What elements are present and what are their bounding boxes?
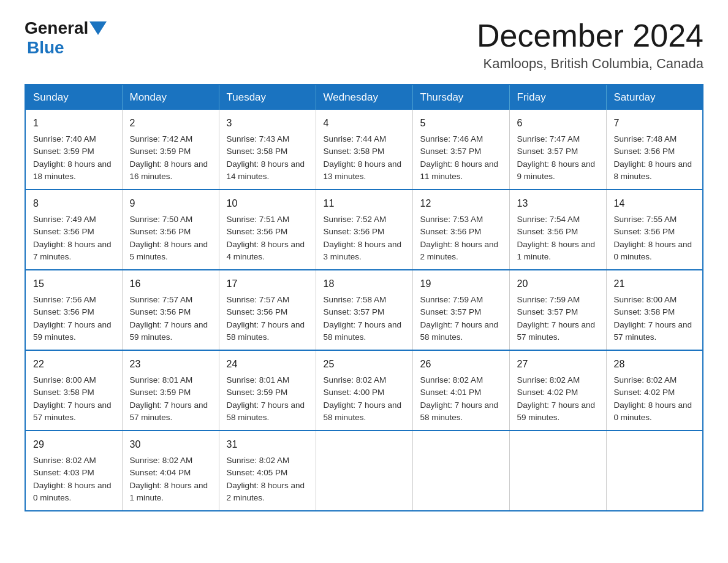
day-number: 8 <box>33 196 115 211</box>
sunrise-label: Sunrise: 7:42 AM <box>130 134 193 144</box>
sunrise-label: Sunrise: 7:56 AM <box>33 295 96 304</box>
day-number: 18 <box>324 277 405 291</box>
calendar-cell: 1 Sunrise: 7:40 AM Sunset: 3:59 PM Dayli… <box>25 110 122 190</box>
daylight-label: Daylight: 8 hours and 8 minutes. <box>614 159 692 181</box>
daylight-label: Daylight: 7 hours and 58 minutes. <box>420 320 499 342</box>
logo-general-text: General <box>25 18 88 38</box>
weekday-header-friday: Friday <box>509 85 606 110</box>
day-number: 5 <box>420 116 502 131</box>
calendar-cell: 10 Sunrise: 7:51 AM Sunset: 3:56 PM Dayl… <box>219 190 316 270</box>
title-block: December 2024 Kamloops, British Columbia… <box>477 18 703 72</box>
sunrise-label: Sunrise: 7:59 AM <box>517 295 580 304</box>
sunrise-label: Sunrise: 7:54 AM <box>517 215 580 224</box>
sunset-label: Sunset: 3:58 PM <box>324 147 385 156</box>
weekday-header-row: SundayMondayTuesdayWednesdayThursdayFrid… <box>25 85 703 110</box>
calendar-cell <box>316 431 412 511</box>
sunset-label: Sunset: 4:03 PM <box>33 468 94 477</box>
sunset-label: Sunset: 3:57 PM <box>420 307 482 316</box>
day-number: 17 <box>227 277 308 291</box>
calendar-cell: 4 Sunrise: 7:44 AM Sunset: 3:58 PM Dayli… <box>316 110 412 190</box>
day-number: 29 <box>33 437 115 452</box>
sunset-label: Sunset: 3:59 PM <box>130 147 191 156</box>
daylight-label: Daylight: 7 hours and 58 minutes. <box>324 400 402 422</box>
day-number: 10 <box>227 196 308 211</box>
day-number: 6 <box>517 116 599 131</box>
daylight-label: Daylight: 7 hours and 57 minutes. <box>33 400 112 422</box>
week-row-4: 22 Sunrise: 8:00 AM Sunset: 3:58 PM Dayl… <box>25 350 703 431</box>
daylight-label: Daylight: 8 hours and 4 minutes. <box>227 240 305 261</box>
day-number: 7 <box>614 116 696 131</box>
sunset-label: Sunset: 3:56 PM <box>33 227 94 236</box>
sunrise-label: Sunrise: 8:02 AM <box>517 375 580 385</box>
sunrise-label: Sunrise: 7:55 AM <box>614 215 677 224</box>
sunrise-label: Sunrise: 8:01 AM <box>130 375 193 385</box>
day-number: 15 <box>33 277 115 291</box>
calendar-cell: 26 Sunrise: 8:02 AM Sunset: 4:01 PM Dayl… <box>412 350 509 431</box>
calendar-cell <box>412 431 509 511</box>
location-subtitle: Kamloops, British Columbia, Canada <box>477 56 703 72</box>
calendar-cell: 11 Sunrise: 7:52 AM Sunset: 3:56 PM Dayl… <box>316 190 412 270</box>
weekday-header-monday: Monday <box>122 85 219 110</box>
calendar-cell: 15 Sunrise: 7:56 AM Sunset: 3:56 PM Dayl… <box>25 270 122 350</box>
logo: General Blue <box>25 18 108 58</box>
day-number: 24 <box>227 357 308 372</box>
sunset-label: Sunset: 3:56 PM <box>420 227 482 236</box>
daylight-label: Daylight: 7 hours and 59 minutes. <box>130 320 208 342</box>
daylight-label: Daylight: 8 hours and 0 minutes. <box>33 481 112 502</box>
sunset-label: Sunset: 3:56 PM <box>227 227 288 236</box>
calendar-cell: 16 Sunrise: 7:57 AM Sunset: 3:56 PM Dayl… <box>122 270 219 350</box>
sunset-label: Sunset: 3:58 PM <box>33 388 94 397</box>
daylight-label: Daylight: 8 hours and 1 minute. <box>517 240 596 261</box>
calendar-cell: 3 Sunrise: 7:43 AM Sunset: 3:58 PM Dayli… <box>219 110 316 190</box>
daylight-label: Daylight: 7 hours and 57 minutes. <box>130 400 208 422</box>
sunset-label: Sunset: 3:57 PM <box>517 307 578 316</box>
calendar-cell: 28 Sunrise: 8:02 AM Sunset: 4:02 PM Dayl… <box>606 350 703 431</box>
sunset-label: Sunset: 3:57 PM <box>420 147 482 156</box>
calendar-cell: 9 Sunrise: 7:50 AM Sunset: 3:56 PM Dayli… <box>122 190 219 270</box>
logo-triangle-icon <box>89 21 107 35</box>
sunrise-label: Sunrise: 7:58 AM <box>324 295 387 304</box>
day-number: 27 <box>517 357 599 372</box>
sunrise-label: Sunrise: 8:00 AM <box>33 375 96 385</box>
sunset-label: Sunset: 3:56 PM <box>614 147 675 156</box>
sunrise-label: Sunrise: 7:57 AM <box>227 295 290 304</box>
sunrise-label: Sunrise: 7:57 AM <box>130 295 193 304</box>
calendar-cell: 29 Sunrise: 8:02 AM Sunset: 4:03 PM Dayl… <box>25 431 122 511</box>
sunrise-label: Sunrise: 8:02 AM <box>227 456 290 465</box>
day-number: 25 <box>324 357 405 372</box>
sunrise-label: Sunrise: 8:02 AM <box>420 375 483 385</box>
day-number: 16 <box>130 277 211 291</box>
day-number: 21 <box>614 277 696 291</box>
calendar-cell: 20 Sunrise: 7:59 AM Sunset: 3:57 PM Dayl… <box>509 270 606 350</box>
sunrise-label: Sunrise: 7:50 AM <box>130 215 193 224</box>
day-number: 19 <box>420 277 502 291</box>
daylight-label: Daylight: 7 hours and 59 minutes. <box>517 400 596 422</box>
calendar-cell: 22 Sunrise: 8:00 AM Sunset: 3:58 PM Dayl… <box>25 350 122 431</box>
sunset-label: Sunset: 4:02 PM <box>614 388 675 397</box>
daylight-label: Daylight: 8 hours and 5 minutes. <box>130 240 208 261</box>
weekday-header-wednesday: Wednesday <box>316 85 412 110</box>
sunrise-label: Sunrise: 8:02 AM <box>33 456 96 465</box>
sunrise-label: Sunrise: 8:02 AM <box>614 375 677 385</box>
sunrise-label: Sunrise: 8:02 AM <box>130 456 193 465</box>
day-number: 9 <box>130 196 211 211</box>
calendar-cell: 5 Sunrise: 7:46 AM Sunset: 3:57 PM Dayli… <box>412 110 509 190</box>
calendar-cell: 24 Sunrise: 8:01 AM Sunset: 3:59 PM Dayl… <box>219 350 316 431</box>
daylight-label: Daylight: 7 hours and 58 minutes. <box>324 320 402 342</box>
calendar-cell: 18 Sunrise: 7:58 AM Sunset: 3:57 PM Dayl… <box>316 270 412 350</box>
day-number: 4 <box>324 116 405 131</box>
daylight-label: Daylight: 8 hours and 14 minutes. <box>227 159 305 181</box>
calendar-cell: 25 Sunrise: 8:02 AM Sunset: 4:00 PM Dayl… <box>316 350 412 431</box>
logo-blue-text: Blue <box>27 38 64 57</box>
daylight-label: Daylight: 8 hours and 7 minutes. <box>33 240 112 261</box>
sunset-label: Sunset: 3:56 PM <box>517 227 578 236</box>
sunset-label: Sunset: 3:56 PM <box>614 227 675 236</box>
sunset-label: Sunset: 3:57 PM <box>324 307 385 316</box>
calendar-cell: 14 Sunrise: 7:55 AM Sunset: 3:56 PM Dayl… <box>606 190 703 270</box>
day-number: 20 <box>517 277 599 291</box>
calendar-cell: 7 Sunrise: 7:48 AM Sunset: 3:56 PM Dayli… <box>606 110 703 190</box>
sunrise-label: Sunrise: 7:40 AM <box>33 134 96 144</box>
day-number: 23 <box>130 357 211 372</box>
week-row-3: 15 Sunrise: 7:56 AM Sunset: 3:56 PM Dayl… <box>25 270 703 350</box>
sunset-label: Sunset: 4:02 PM <box>517 388 578 397</box>
